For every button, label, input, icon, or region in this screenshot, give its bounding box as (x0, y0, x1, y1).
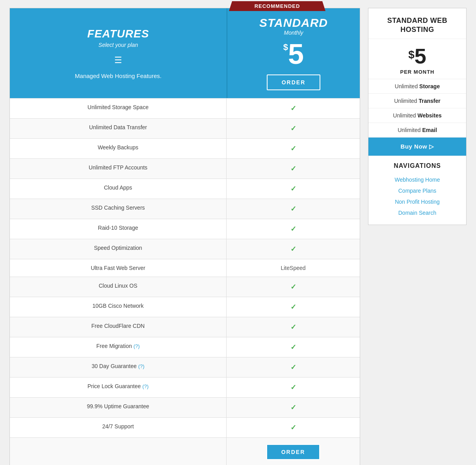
check-mark (227, 159, 360, 179)
sidebar-feature-item: Unlimited Transfer (368, 94, 466, 108)
sidebar-feature-item: Unlimited Email (368, 123, 466, 138)
table-row: 30 Day Guarantee (?) (10, 357, 360, 377)
feature-label: SSD Caching Servers (10, 199, 227, 219)
check-mark (227, 418, 360, 437)
feature-name-text: Ultra Fast Web Server (91, 265, 145, 271)
feature-name-text: Speed Optimization (94, 245, 142, 251)
feature-label: Price Lock Guarantee (?) (10, 378, 227, 397)
feature-name-text: Raid-10 Storage (98, 225, 138, 231)
buy-now-button[interactable]: Buy Now ▷ (368, 138, 466, 156)
sidebar-price-section: $5 PER MONTH (368, 39, 466, 79)
tooltip-link[interactable]: (?) (142, 383, 149, 389)
feature-name-text: 10GB Cisco Network (93, 303, 144, 309)
table-row: Cloud Apps (10, 179, 360, 199)
table-row: Free CloudFlare CDN (10, 317, 360, 337)
sidebar-feature-bold: Storage (419, 83, 440, 89)
standard-billing: Monthly (284, 30, 303, 36)
table-row: Cloud Linux OS (10, 277, 360, 297)
sidebar-feature-bold: Transfer (419, 98, 441, 104)
table-row: SSD Caching Servers (10, 199, 360, 219)
check-mark (227, 179, 360, 199)
table-row: 10GB Cisco Network (10, 297, 360, 317)
feature-label: Cloud Apps (10, 179, 227, 199)
standard-header-cell: STANDARD Monthly $ 5 ORDER (227, 8, 360, 98)
sidebar-feature-bold: Email (422, 127, 437, 133)
recommended-banner: RECOMMENDED (229, 1, 325, 11)
standard-price: $ 5 (283, 40, 304, 68)
features-description: Managed Web Hosting Features. (75, 73, 162, 79)
feature-label: Speed Optimization (10, 239, 227, 259)
price-dollar: $ (283, 43, 288, 52)
check-mark (227, 398, 360, 417)
table-row: Raid-10 Storage (10, 219, 360, 239)
sidebar-nav-section: NAVIGATIONS Webhosting HomeCompare Plans… (368, 156, 466, 225)
feature-name-text: Free CloudFlare CDN (91, 323, 145, 329)
features-subtitle: Select your plan (99, 42, 138, 48)
tooltip-link[interactable]: (?) (134, 343, 140, 349)
check-mark (227, 119, 360, 138)
order-button-top[interactable]: ORDER (267, 74, 321, 90)
check-mark (227, 378, 360, 397)
sidebar-features-list: Unlimited StorageUnlimited TransferUnlim… (368, 79, 466, 138)
sidebar: STANDARD WEB HOSTING $5 PER MONTH Unlimi… (368, 8, 467, 225)
table-row: Unlimited FTP Accounts (10, 158, 360, 179)
feature-name-text: Weekly Backups (98, 144, 138, 151)
check-mark (227, 317, 360, 337)
feature-name-text: Unlimited FTP Accounts (89, 164, 147, 171)
table-row: 24/7 Support (10, 417, 360, 437)
sidebar-header: STANDARD WEB HOSTING (368, 8, 466, 39)
table-row: Free Migration (?) (10, 337, 360, 357)
tooltip-link[interactable]: (?) (138, 363, 145, 369)
feature-name-text: Cloud Apps (104, 184, 132, 191)
feature-label: Weekly Backups (10, 139, 227, 158)
standard-title: STANDARD (259, 16, 328, 30)
feature-value-text: LiteSpeed (227, 259, 360, 277)
check-mark (227, 337, 360, 357)
sidebar-price-display: $5 (375, 45, 460, 67)
feature-name-text: Unlimited Storage Space (87, 104, 149, 110)
sidebar-nav-link[interactable]: Domain Search (375, 207, 460, 218)
feature-label: Free Migration (?) (10, 337, 227, 357)
check-mark (227, 99, 360, 118)
price-number: 5 (288, 40, 304, 68)
table-row: Ultra Fast Web Server LiteSpeed (10, 259, 360, 277)
check-mark (227, 199, 360, 219)
feature-label: Unlimited FTP Accounts (10, 159, 227, 179)
sidebar-price-dollar: $ (408, 49, 415, 60)
feature-name-text: Cloud Linux OS (99, 283, 137, 289)
list-icon: ☰ (114, 55, 122, 65)
feature-rows-container: Unlimited Storage Space Unlimited Data T… (10, 98, 360, 437)
feature-label: Unlimited Data Transfer (10, 119, 227, 138)
bottom-order-right-cell: ORDER (227, 438, 360, 465)
check-mark (227, 139, 360, 158)
feature-name-text: Price Lock Guarantee (87, 383, 142, 389)
feature-label: Unlimited Storage Space (10, 99, 227, 118)
sidebar-nav-link[interactable]: Non Profit Hosting (375, 196, 460, 207)
check-mark (227, 297, 360, 317)
header-row: FEATURES Select your plan ☰ Managed Web … (10, 8, 360, 98)
table-row: Unlimited Data Transfer (10, 118, 360, 138)
table-row: 99.9% Uptime Guarantee (10, 397, 360, 417)
feature-name-text: 24/7 Support (102, 423, 134, 430)
table-row: Price Lock Guarantee (?) (10, 377, 360, 397)
feature-name-text: 99.9% Uptime Guarantee (87, 403, 149, 409)
sidebar-title: STANDARD WEB HOSTING (375, 16, 460, 35)
features-title: FEATURES (87, 28, 149, 40)
sidebar-feature-label: Unlimited Email (398, 127, 437, 133)
table-row: Weekly Backups (10, 138, 360, 158)
check-mark (227, 277, 360, 297)
check-mark (227, 219, 360, 239)
sidebar-nav-link[interactable]: Webhosting Home (375, 174, 460, 185)
feature-name-text: Unlimited Data Transfer (89, 124, 147, 130)
sidebar-feature-label: Unlimited Websites (393, 112, 441, 119)
sidebar-feature-label: Unlimited Transfer (394, 98, 441, 104)
feature-label: Ultra Fast Web Server (10, 259, 227, 277)
sidebar-per-month: PER MONTH (375, 69, 460, 75)
check-mark (227, 239, 360, 259)
sidebar-feature-item: Unlimited Websites (368, 108, 466, 123)
feature-label: Raid-10 Storage (10, 219, 227, 239)
bottom-order-row: ORDER (10, 437, 360, 465)
bottom-order-left-cell (10, 438, 227, 465)
sidebar-nav-link[interactable]: Compare Plans (375, 185, 460, 196)
order-button-bottom[interactable]: ORDER (266, 444, 320, 460)
